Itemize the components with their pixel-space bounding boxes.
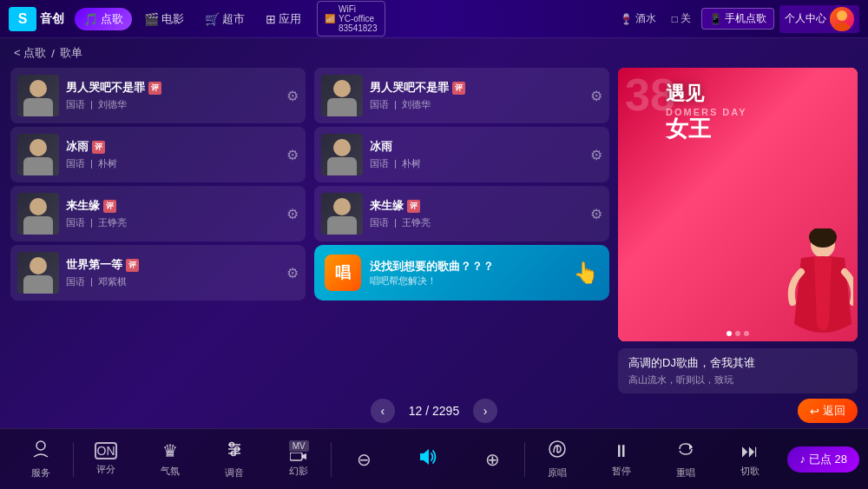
list-item[interactable]: 世界第一等 评 国语 | 邓紫棋 ⚙ bbox=[10, 245, 306, 301]
song-badge: 评 bbox=[92, 141, 105, 154]
close-label: 关 bbox=[681, 11, 691, 26]
bottom-mv[interactable]: MV 幻影 bbox=[266, 435, 331, 483]
breadcrumb-separator: / bbox=[51, 47, 55, 60]
replay-label: 重唱 bbox=[676, 466, 695, 479]
queue-icon: ♪ bbox=[799, 453, 806, 466]
bottom-atmosphere[interactable]: ♛ 气氛 bbox=[138, 435, 202, 483]
song-title: 冰雨 bbox=[370, 139, 583, 155]
movie-icon: 🎬 bbox=[144, 12, 159, 26]
list-item[interactable]: 来生缘 评 国语 | 王铮亮 ⚙ bbox=[314, 186, 609, 241]
chang-bu-title: 没找到想要的歌曲？？？ bbox=[370, 259, 564, 274]
banner-image[interactable]: 38 遇见 DOMERS DAY 女王 bbox=[618, 68, 858, 341]
skip-icon: ⏭ bbox=[741, 441, 759, 461]
breadcrumb-back[interactable]: < 点歌 bbox=[14, 45, 46, 61]
bottom-skip[interactable]: ⏭ 切歌 bbox=[718, 436, 782, 483]
settings-icon[interactable]: ⚙ bbox=[286, 206, 299, 222]
banner-figure bbox=[775, 228, 853, 341]
settings-icon[interactable]: ⚙ bbox=[286, 265, 299, 281]
avatar bbox=[830, 7, 854, 31]
list-item[interactable]: 男人哭吧不是罪 评 国语 | 刘德华 ⚙ bbox=[314, 68, 609, 123]
list-item[interactable]: 男人哭吧不是罪 评 国语 | 刘德华 ⚙ bbox=[10, 68, 306, 123]
song-info: 来生缘 评 国语 | 王铮亮 bbox=[66, 198, 279, 229]
prev-page-button[interactable]: ‹ bbox=[371, 399, 395, 423]
chang-bu-subtitle: 唱吧帮您解决！ bbox=[370, 274, 564, 287]
bottom-rating[interactable]: ON 评分 bbox=[74, 437, 138, 481]
phone-order-button[interactable]: 📱 手机点歌 bbox=[701, 8, 774, 30]
volume-down-button[interactable]: ⊖ bbox=[332, 444, 396, 475]
volume-up-button[interactable]: ⊕ bbox=[460, 444, 524, 475]
chang-bu-card[interactable]: 唱 没找到想要的歌曲？？？ 唱吧帮您解决！ 👆 bbox=[314, 245, 609, 301]
breadcrumb-current: 歌单 bbox=[60, 45, 82, 61]
settings-icon[interactable]: ⚙ bbox=[286, 147, 299, 163]
apps-icon: ⊞ bbox=[266, 12, 276, 26]
song-meta: 国语 | 刘德华 bbox=[370, 98, 583, 111]
settings-icon[interactable]: ⚙ bbox=[286, 88, 299, 104]
queued-count-badge[interactable]: ♪ 已点 28 bbox=[787, 446, 859, 472]
wine-label: 酒水 bbox=[635, 11, 656, 26]
wine-menu[interactable]: 🍷 酒水 bbox=[615, 9, 661, 29]
list-item[interactable]: 来生缘 评 国语 | 王铮亮 ⚙ bbox=[10, 186, 306, 241]
song-info: 男人哭吧不是罪 评 国语 | 刘德华 bbox=[66, 80, 279, 111]
replay-icon bbox=[676, 439, 695, 463]
user-center-button[interactable]: 个人中心 bbox=[779, 5, 859, 33]
svg-point-1 bbox=[833, 23, 851, 31]
nav-label-songs: 点歌 bbox=[101, 11, 123, 27]
nav-item-movies[interactable]: 🎬 电影 bbox=[135, 8, 193, 30]
close-menu[interactable]: □ 关 bbox=[667, 9, 696, 29]
song-meta: 国语 | 刘德华 bbox=[66, 98, 279, 111]
return-button[interactable]: ↩ 返回 bbox=[798, 399, 858, 423]
banner-dot-1 bbox=[727, 331, 732, 336]
mv-icon: MV bbox=[289, 440, 309, 461]
nav-label-movies: 电影 bbox=[161, 11, 184, 27]
phone-btn-label: 手机点歌 bbox=[725, 11, 766, 26]
song-title: 来生缘 评 bbox=[66, 198, 279, 214]
bottom-original[interactable]: 原唱 bbox=[525, 434, 589, 485]
banner-content: 38 遇见 DOMERS DAY 女王 bbox=[618, 68, 858, 341]
cart-icon: 🛒 bbox=[205, 12, 220, 26]
settings-icon[interactable]: ⚙ bbox=[590, 147, 602, 163]
song-title: 世界第一等 评 bbox=[66, 257, 279, 273]
nav-item-market[interactable]: 🛒 超市 bbox=[196, 8, 253, 30]
song-title: 冰雨 评 bbox=[66, 139, 279, 155]
logo-text: 音创 bbox=[40, 11, 64, 27]
service-icon bbox=[31, 439, 50, 463]
song-thumb bbox=[17, 134, 59, 175]
song-list-right: 男人哭吧不是罪 评 国语 | 刘德华 ⚙ bbox=[314, 68, 609, 393]
bottom-service[interactable]: 服务 bbox=[9, 434, 73, 485]
svg-point-4 bbox=[36, 441, 45, 450]
minus-circle-icon: ⊖ bbox=[357, 449, 372, 470]
pause-label: 暂停 bbox=[612, 465, 631, 478]
wine-icon: 🍷 bbox=[620, 13, 633, 25]
return-icon: ↩ bbox=[810, 405, 819, 418]
settings-icon[interactable]: ⚙ bbox=[590, 206, 602, 222]
song-thumb bbox=[17, 75, 59, 116]
bottom-bar: 服务 ON 评分 ♛ 气氛 调音 MV 幻影 ⊖ bbox=[0, 428, 868, 489]
skip-label: 切歌 bbox=[740, 465, 760, 478]
nav-item-songs[interactable]: 🎵 点歌 bbox=[75, 8, 132, 30]
bottom-pause[interactable]: ⏸ 暂停 bbox=[589, 436, 654, 483]
song-meta: 国语 | 朴树 bbox=[370, 157, 583, 170]
bottom-tune[interactable]: 调音 bbox=[202, 434, 266, 485]
original-icon bbox=[548, 439, 567, 463]
bottom-replay[interactable]: 重唱 bbox=[654, 434, 718, 485]
wifi-network: YC-office bbox=[339, 14, 378, 23]
song-title: 男人哭吧不是罪 评 bbox=[370, 80, 583, 96]
list-item[interactable]: 冰雨 评 国语 | 朴树 ⚙ bbox=[10, 127, 306, 182]
volume-button[interactable] bbox=[396, 440, 460, 478]
svg-point-0 bbox=[837, 10, 847, 21]
song-meta: 国语 | 朴树 bbox=[66, 157, 279, 170]
wifi-info: 📶 WiFi YC-office 83541823 bbox=[317, 1, 385, 36]
list-item[interactable]: 冰雨 国语 | 朴树 ⚙ bbox=[314, 127, 609, 182]
nav-item-apps[interactable]: ⊞ 应用 bbox=[257, 8, 310, 30]
speaker-icon bbox=[417, 446, 439, 472]
pagination-bar: ‹ 12 / 2295 › ↩ 返回 bbox=[0, 393, 868, 428]
song-meta: 国语 | 王铮亮 bbox=[370, 216, 583, 229]
song-info: 冰雨 国语 | 朴树 bbox=[370, 139, 583, 170]
settings-icon[interactable]: ⚙ bbox=[590, 88, 602, 104]
nav-label-apps: 应用 bbox=[279, 11, 301, 27]
next-page-button[interactable]: › bbox=[473, 399, 497, 423]
top-nav: S 音创 🎵 点歌 🎬 电影 🛒 超市 ⊞ 应用 📶 WiFi YC-offic… bbox=[0, 0, 868, 38]
hand-point-icon: 👆 bbox=[573, 261, 599, 285]
svg-rect-11 bbox=[290, 453, 302, 460]
logo: S 音创 bbox=[9, 7, 64, 31]
